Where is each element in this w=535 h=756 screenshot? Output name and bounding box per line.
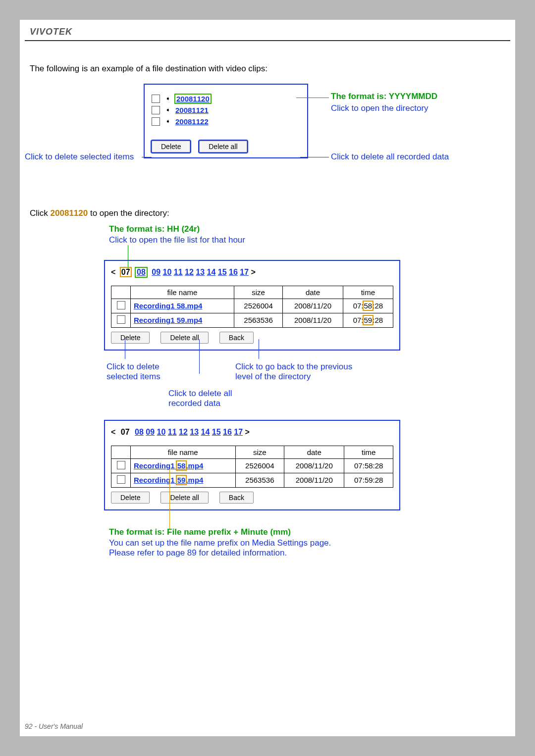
brand-title: VIVOTEK xyxy=(30,27,72,37)
hour-link[interactable]: 12 xyxy=(185,268,194,276)
hour-link[interactable]: 11 xyxy=(174,268,183,276)
col-time: time xyxy=(343,286,393,299)
date-row: ➧ 20081120 xyxy=(152,95,300,103)
nav-next-icon[interactable]: > xyxy=(251,268,256,276)
date-directory-panel: ➧ 20081120 ➧ 20081121 ➧ 20081122 Delete … xyxy=(144,84,308,158)
cell-size: 2563536 xyxy=(234,313,282,327)
arrow-right-icon: ➧ xyxy=(164,106,171,114)
delete-all-button[interactable]: Delete all xyxy=(160,492,208,504)
hour-link[interactable]: 08 xyxy=(137,268,146,276)
hour-link[interactable]: 09 xyxy=(152,268,160,276)
cell-date: 2008/11/20 xyxy=(283,313,343,327)
intro-paragraph: The following is an example of a file de… xyxy=(30,63,505,75)
nav-next-icon[interactable]: > xyxy=(245,428,250,436)
cell-date: 2008/11/20 xyxy=(283,299,343,313)
file-minute: 59 xyxy=(177,316,185,324)
time-minute: 58 xyxy=(364,302,373,310)
delete-button[interactable]: Delete xyxy=(111,332,150,344)
hour-link[interactable]: 10 xyxy=(163,268,172,276)
hour-link[interactable]: 10 xyxy=(157,428,166,436)
text: to open the directory: xyxy=(88,208,169,218)
col-filename: file name xyxy=(131,286,234,299)
hour-format-subtitle: Click to open the file list for that hou… xyxy=(109,235,510,245)
hour-nav-bar: < 07 08 09 10 11 12 13 14 15 16 17 > xyxy=(111,268,393,277)
file-link[interactable]: Recording1 59.mp4 xyxy=(134,476,203,484)
file-list-panel: < 07 08 09 10 11 12 13 14 15 16 17 > xyxy=(104,420,400,510)
file-minute: 58 xyxy=(177,461,186,470)
cell-time: 07:58:28 xyxy=(344,458,393,473)
col-date: date xyxy=(284,446,344,458)
hour-link[interactable]: 17 xyxy=(234,428,243,436)
file-ext: .mp4 xyxy=(185,316,202,324)
file-ext: .mp4 xyxy=(186,476,203,484)
hour-link[interactable]: 08 xyxy=(135,428,144,436)
hour-link[interactable]: 14 xyxy=(207,268,216,276)
hour-link[interactable]: 11 xyxy=(168,428,177,436)
hour-link[interactable]: 09 xyxy=(146,428,155,436)
delete-all-button[interactable]: Delete all xyxy=(199,141,247,152)
file-link[interactable]: Recording1 59.mp4 xyxy=(134,316,202,324)
file-ext: .mp4 xyxy=(186,461,203,470)
callout-open-directory: Click to open the directory xyxy=(331,103,428,113)
back-button[interactable]: Back xyxy=(219,492,254,504)
nav-prev-icon[interactable]: < xyxy=(111,268,115,276)
checkbox-icon[interactable] xyxy=(152,117,160,126)
file-link[interactable]: Recording1 58.mp4 xyxy=(134,302,202,310)
cell-time: 07:58:28 xyxy=(343,299,393,313)
callout-go-back: Click to go back to the previous level o… xyxy=(235,362,369,382)
hour-link[interactable]: 13 xyxy=(190,428,199,436)
table-row: Recording1 59.mp4 2563536 2008/11/20 07:… xyxy=(111,313,393,327)
date-row: ➧ 20081122 xyxy=(152,117,300,126)
file-link[interactable]: Recording1 58.mp4 xyxy=(134,461,203,470)
col-size: size xyxy=(234,286,282,299)
hour-current: 07 xyxy=(121,428,130,436)
date-link[interactable]: 20081122 xyxy=(175,117,209,126)
callout-delete-all-files: Click to delete all recorded data xyxy=(168,389,253,408)
filename-format-title: The format is: File name prefix + Minute… xyxy=(109,527,510,537)
checkbox-icon[interactable] xyxy=(152,106,160,114)
date-link[interactable]: 20081121 xyxy=(175,106,209,114)
hour-link[interactable]: 15 xyxy=(212,428,221,436)
checkbox-icon[interactable] xyxy=(117,461,125,469)
cell-time: 07:59:28 xyxy=(344,473,393,487)
file-table: file name size date time Recording1 58.m… xyxy=(111,446,393,488)
back-button[interactable]: Back xyxy=(219,332,254,344)
callout-delete-selected: Click to delete selected items xyxy=(25,152,134,162)
file-minute: 59 xyxy=(177,476,186,484)
file-prefix: Recording1 xyxy=(134,461,175,470)
cell-date: 2008/11/20 xyxy=(284,458,344,473)
hour-link[interactable]: 16 xyxy=(229,268,238,276)
table-header-row: file name size date time xyxy=(111,446,393,458)
checkbox-icon[interactable] xyxy=(117,315,125,324)
page-header: VIVOTEK xyxy=(25,20,510,41)
col-filename: file name xyxy=(131,446,236,458)
delete-all-button[interactable]: Delete all xyxy=(160,332,208,344)
checkbox-icon[interactable] xyxy=(152,95,160,103)
delete-button[interactable]: Delete xyxy=(111,492,150,504)
hour-link[interactable]: 16 xyxy=(223,428,232,436)
cell-size: 2526004 xyxy=(234,299,282,313)
col-size: size xyxy=(235,446,284,458)
hour-link[interactable]: 14 xyxy=(201,428,210,436)
nav-prev-icon[interactable]: < xyxy=(111,428,115,436)
hour-link[interactable]: 12 xyxy=(179,428,188,436)
cell-date: 2008/11/20 xyxy=(284,473,344,487)
delete-button[interactable]: Delete xyxy=(152,141,190,152)
callout-date-format: The format is: YYYYMMDD xyxy=(331,92,437,101)
checkbox-icon[interactable] xyxy=(117,301,125,309)
page-footer: 92 - User's Manual xyxy=(25,722,83,730)
checkbox-icon[interactable] xyxy=(117,475,125,484)
filename-format-body: You can set up the file name prefix on M… xyxy=(109,538,357,558)
cell-time: 07:59:28 xyxy=(343,313,393,327)
callout-delete-selected-files: Click to delete selected items xyxy=(107,362,191,382)
hour-link[interactable]: 15 xyxy=(218,268,227,276)
arrow-right-icon: ➧ xyxy=(164,118,171,125)
table-row: Recording1 58.mp4 2526004 2008/11/20 07:… xyxy=(111,458,393,473)
hour-current: 07 xyxy=(121,268,131,276)
hour-link[interactable]: 17 xyxy=(240,268,249,276)
file-minute: 58 xyxy=(177,302,185,310)
date-link[interactable]: 20081120 xyxy=(176,95,210,103)
text: Click xyxy=(30,208,51,218)
hour-link[interactable]: 13 xyxy=(196,268,205,276)
arrow-right-icon: ➧ xyxy=(164,95,171,102)
